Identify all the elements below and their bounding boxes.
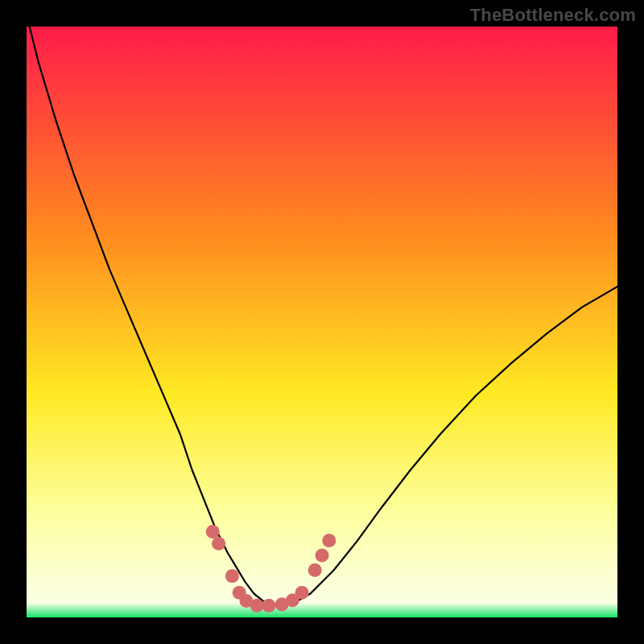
- sample-dot: [250, 599, 264, 613]
- plot-area: [27, 27, 617, 617]
- sample-dot: [262, 599, 275, 613]
- sample-dot: [225, 569, 239, 583]
- gradient-background: [27, 27, 617, 617]
- chart-frame: TheBottleneck.com: [0, 0, 644, 644]
- watermark-text: TheBottleneck.com: [470, 5, 636, 26]
- sample-dot: [295, 586, 309, 600]
- chart-svg: [27, 27, 617, 617]
- sample-dot: [322, 534, 336, 547]
- sample-dot: [212, 537, 225, 551]
- sample-dot: [206, 525, 220, 539]
- sample-dot: [308, 564, 322, 577]
- sample-dot: [316, 548, 329, 562]
